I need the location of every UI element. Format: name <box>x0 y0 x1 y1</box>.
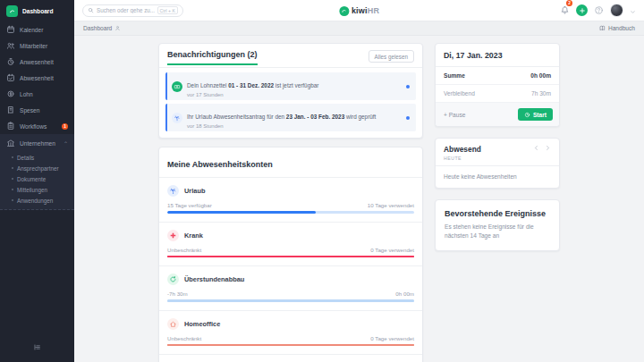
account-meta: Unbeschränkt 0 Tage verwendet <box>167 247 414 253</box>
avatar[interactable] <box>610 4 623 17</box>
sidebar-subitem-dokumente[interactable]: Dokumente <box>0 173 74 184</box>
topbar: Suchen oder gehe zu... Ctrl + K kiwiHR 2 <box>74 0 644 21</box>
account-row-ueberstundenabbau: Überstundenabbau -7h 30m 0h 00m <box>159 265 422 310</box>
sidebar-item-label: Lohn <box>20 91 33 97</box>
sidebar-item-anwesenheit[interactable]: Anwesenheit <box>0 54 74 70</box>
account-meta: -7h 30m 0h 00m <box>167 290 414 297</box>
sidebar-subitem-ansprechpartner[interactable]: Ansprechpartner <box>0 163 74 173</box>
bullet-icon <box>12 156 13 158</box>
sidebar-item-unternehmen[interactable]: Unternehmen ⌃ <box>0 134 74 152</box>
timeclock-footer: + Pause Start <box>436 103 559 126</box>
chevron-down-icon[interactable] <box>630 3 636 19</box>
sidebar-subitem-label: Mitteilungen <box>17 187 47 193</box>
start-timer-button[interactable]: Start <box>518 108 553 121</box>
sidebar: Dashboard Kalender Mitarbeiter Anwesenhe… <box>0 0 74 362</box>
clipboard-icon <box>6 122 15 130</box>
account-row-urlaub: Urlaub 15 Tage verfügbar 10 Tage verwend… <box>159 177 422 222</box>
overtime-refresh-icon <box>167 274 179 285</box>
handbook-label: Handbuch <box>608 25 635 31</box>
notifications-header: Benachrichtigungen (2) Alles gelesen <box>159 44 422 68</box>
notification-item[interactable]: Dein Lohnzettel 01 - 31 Dez. 2022 ist je… <box>165 72 416 100</box>
payslip-icon <box>172 81 182 92</box>
unread-dot[interactable] <box>406 116 410 120</box>
account-progress-bar <box>167 299 414 302</box>
book-icon <box>599 25 606 31</box>
kiwihr-logo-icon <box>6 5 18 17</box>
medical-cross-icon <box>167 230 179 241</box>
kiwihr-logo-icon <box>339 6 349 16</box>
palm-tree-icon <box>172 113 182 123</box>
account-used: 0 Tage verwendet <box>370 247 414 253</box>
account-head: Urlaub <box>167 185 414 197</box>
account-row-elternzeit: Elternzeit Unbeschränkt 0 Tage verwendet <box>159 354 422 362</box>
handbook-link[interactable]: Handbuch <box>599 25 635 31</box>
coin-icon <box>6 89 15 98</box>
notifications-card: Benachrichtigungen (2) Alles gelesen Dei… <box>158 43 423 139</box>
notification-body: Ihr Urlaub Abwesenheitsantrag für den 23… <box>187 106 402 129</box>
notifications-bell-icon[interactable]: 2 <box>560 3 570 19</box>
sidebar-item-spesen[interactable]: Spesen <box>0 102 74 118</box>
help-icon[interactable] <box>594 5 604 15</box>
logo-text: kiwiHR <box>352 6 379 15</box>
add-pause-link[interactable]: + Pause <box>444 112 465 118</box>
absent-titles: Abwesend HEUTE <box>444 145 481 161</box>
sidebar-item-lohn[interactable]: Lohn <box>0 86 74 102</box>
sidebar-item-mitarbeiter[interactable]: Mitarbeiter <box>0 38 74 54</box>
next-day-icon[interactable] <box>545 145 551 151</box>
stopwatch-icon <box>6 57 15 66</box>
kiwihr-logo: kiwiHR <box>339 0 379 21</box>
timeclock-card: Di, 17 Jan. 2023 Summe 0h 00m Verbleiben… <box>435 43 560 127</box>
sidebar-item-abwesenheit[interactable]: Abwesenheit <box>0 70 74 86</box>
search-input[interactable]: Suchen oder gehe zu... Ctrl + K <box>82 4 183 17</box>
sidebar-subitem-label: Ansprechpartner <box>17 165 59 172</box>
notification-text: Ihr Urlaub Abwesenheitsantrag für den 23… <box>187 114 376 120</box>
remaining-label: Verbleibend <box>444 90 475 97</box>
unread-dot[interactable] <box>406 85 410 88</box>
sidebar-subitem-anwendungen[interactable]: Anwendungen <box>0 195 74 206</box>
account-label: Krank <box>184 232 203 240</box>
remaining-value: 7h 30m <box>531 90 551 97</box>
kiwihr-dashboard: Dashboard Kalender Mitarbeiter Anwesenhe… <box>0 0 644 362</box>
sidebar-item-label: Unternehmen <box>20 140 55 147</box>
notification-time: vor 18 Stunden <box>187 123 402 129</box>
events-empty-text: Es stehen keine Ereignisse für die nächs… <box>445 223 550 240</box>
notification-body: Dein Lohnzettel 01 - 31 Dez. 2022 ist je… <box>187 75 402 97</box>
building-icon <box>6 139 15 147</box>
mark-all-read-button[interactable]: Alles gelesen <box>369 50 414 63</box>
sidebar-item-label: Abwesenheit <box>20 75 54 81</box>
search-placeholder: Suchen oder gehe zu... <box>97 7 155 13</box>
sidebar-item-label: Workflows <box>20 123 47 130</box>
start-label: Start <box>533 112 547 118</box>
sidebar-subitem-details[interactable]: Details <box>0 152 74 163</box>
add-button[interactable] <box>576 4 588 16</box>
account-used: 0h 00m <box>395 290 414 297</box>
upcoming-events-card: Bevorstehende Ereignisse Es stehen keine… <box>435 199 560 251</box>
absent-empty-text: Heute keine Abwesenheiten <box>436 166 559 188</box>
absence-accounts-card: Meine Abwesenheitskonten Urlaub 15 Tage … <box>158 147 423 362</box>
breadcrumb-current: Dashboard <box>83 25 112 31</box>
account-head: Homeoffice <box>167 318 414 330</box>
collapse-sidebar-icon[interactable] <box>33 339 41 355</box>
sum-label: Summe <box>444 72 465 79</box>
absent-header: Abwesend HEUTE <box>436 139 559 166</box>
absence-accounts-title: Meine Abwesenheitskonten <box>167 160 273 169</box>
account-row-krank: Krank Unbeschränkt 0 Tage verwendet <box>159 222 422 266</box>
account-available: Unbeschränkt <box>167 247 201 253</box>
breadcrumb-person-icon <box>114 25 121 31</box>
search-shortcut-chip: Ctrl + K <box>157 6 178 14</box>
timeclock-date-title: Di, 17 Jan. 2023 <box>436 44 559 67</box>
sidebar-subitem-label: Dokumente <box>17 176 46 182</box>
timeclock-sum-row: Summe 0h 00m <box>436 67 559 85</box>
prev-day-icon[interactable] <box>533 145 539 151</box>
home-icon <box>167 318 179 330</box>
notifications-list: Dein Lohnzettel 01 - 31 Dez. 2022 ist je… <box>159 68 422 138</box>
sidebar-item-workflows[interactable]: Workflows 1 <box>0 118 74 134</box>
sidebar-item-dashboard[interactable]: Dashboard <box>0 0 74 21</box>
sidebar-item-kalender[interactable]: Kalender <box>0 21 74 38</box>
notification-item[interactable]: Ihr Urlaub Abwesenheitsantrag für den 23… <box>165 104 416 131</box>
sidebar-subitem-mitteilungen[interactable]: Mitteilungen <box>0 184 74 195</box>
sum-value: 0h 00m <box>530 72 551 79</box>
absent-title: Abwesend <box>444 145 481 154</box>
breadcrumb[interactable]: Dashboard <box>83 25 121 31</box>
notification-text: Dein Lohnzettel 01 - 31 Dez. 2022 ist je… <box>187 82 318 88</box>
